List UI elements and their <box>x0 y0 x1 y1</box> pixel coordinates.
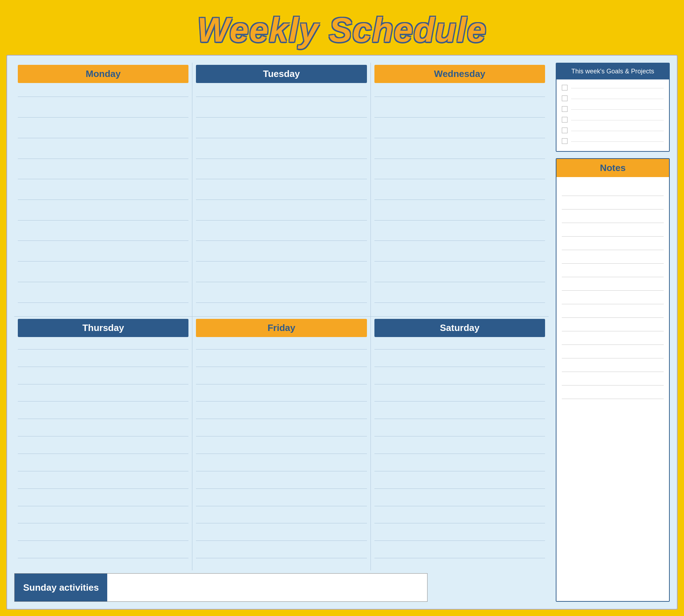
day-line <box>374 523 545 523</box>
checkbox-3[interactable] <box>562 106 568 112</box>
notes-body <box>556 177 669 601</box>
sunday-content[interactable] <box>107 574 427 601</box>
day-line <box>374 220 545 221</box>
day-line <box>18 488 188 489</box>
day-line <box>196 454 367 454</box>
note-line <box>562 237 664 250</box>
goals-line-4 <box>571 120 664 120</box>
goals-item-1 <box>562 85 664 90</box>
wednesday-label: Wednesday <box>374 65 545 83</box>
day-line <box>18 159 188 159</box>
goals-header: This week's Goals & Projects <box>556 63 669 79</box>
day-line <box>18 261 188 262</box>
note-line <box>562 196 664 209</box>
main-content: Monday <box>6 55 678 610</box>
monday-lines <box>18 87 188 313</box>
day-line <box>196 401 367 402</box>
day-line <box>374 454 545 454</box>
goals-line-1 <box>571 88 664 88</box>
day-line <box>18 401 188 402</box>
day-line <box>374 436 545 436</box>
day-line <box>374 558 545 558</box>
day-line <box>196 349 367 350</box>
day-line <box>374 159 545 159</box>
note-line <box>562 223 664 237</box>
wednesday-lines <box>374 87 545 313</box>
goals-item-3 <box>562 106 664 112</box>
day-line <box>18 384 188 384</box>
page-wrapper: Weekly Schedule Monday <box>0 0 684 616</box>
day-line <box>374 401 545 402</box>
monday-column: Monday <box>14 63 192 316</box>
day-line <box>18 179 188 179</box>
day-line <box>196 523 367 523</box>
day-line <box>374 349 545 350</box>
days-section: Monday <box>14 63 549 602</box>
day-line <box>374 117 545 118</box>
day-line <box>196 471 367 471</box>
day-line <box>18 540 188 541</box>
day-line <box>18 558 188 558</box>
days-bottom-row: Thursday <box>14 317 549 570</box>
day-line <box>196 220 367 221</box>
day-line <box>196 97 367 97</box>
goals-line-6 <box>571 141 664 142</box>
day-line <box>18 454 188 454</box>
day-line <box>18 436 188 436</box>
day-line <box>374 282 545 282</box>
day-line <box>18 220 188 221</box>
notes-box: Notes <box>556 158 670 602</box>
goals-item-4 <box>562 117 664 123</box>
sunday-row: Sunday activities <box>14 573 428 602</box>
day-line <box>196 488 367 489</box>
friday-label: Friday <box>196 319 367 337</box>
note-line <box>562 304 664 318</box>
days-top-row: Monday <box>14 63 549 317</box>
goals-item-6 <box>562 138 664 144</box>
day-line <box>18 240 188 241</box>
day-line <box>374 419 545 419</box>
day-line <box>196 159 367 159</box>
day-line <box>18 471 188 471</box>
note-line <box>562 372 664 385</box>
day-line <box>18 138 188 138</box>
day-line <box>374 200 545 200</box>
day-line <box>374 302 545 303</box>
checkbox-2[interactable] <box>562 95 568 101</box>
note-line <box>562 331 664 345</box>
day-line <box>196 138 367 138</box>
header: Weekly Schedule <box>6 6 678 55</box>
checkbox-4[interactable] <box>562 117 568 123</box>
day-line <box>18 349 188 350</box>
checkbox-1[interactable] <box>562 85 568 90</box>
day-line <box>196 506 367 506</box>
note-line <box>562 291 664 304</box>
day-line <box>374 488 545 489</box>
day-line <box>196 179 367 179</box>
day-line <box>18 506 188 506</box>
day-line <box>196 200 367 200</box>
day-line <box>196 282 367 282</box>
right-section: This week's Goals & Projects <box>556 63 670 602</box>
note-line <box>562 250 664 264</box>
saturday-lines <box>374 341 545 567</box>
day-line <box>374 138 545 138</box>
day-line <box>374 367 545 367</box>
goals-item-2 <box>562 95 664 101</box>
friday-lines <box>196 341 367 567</box>
checkbox-5[interactable] <box>562 128 568 133</box>
day-line <box>18 419 188 419</box>
day-line <box>374 97 545 97</box>
day-line <box>18 200 188 200</box>
sunday-label: Sunday activities <box>15 574 107 601</box>
day-line <box>374 261 545 262</box>
day-line <box>374 471 545 471</box>
goals-body <box>556 79 669 151</box>
checkbox-6[interactable] <box>562 138 568 144</box>
friday-column: Friday <box>192 317 370 570</box>
goals-line-2 <box>571 99 664 99</box>
note-line <box>562 385 664 399</box>
day-line <box>18 282 188 282</box>
saturday-column: Saturday <box>371 317 549 570</box>
note-line <box>562 277 664 291</box>
